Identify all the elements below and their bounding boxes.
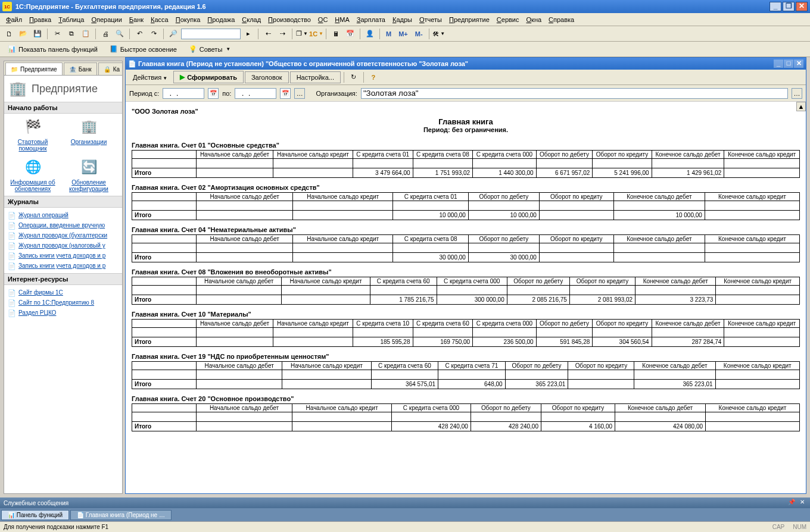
sub-minimize-button[interactable]: _ (774, 60, 783, 68)
table-cell: Итого (132, 168, 197, 178)
inet-link-0[interactable]: Сайт фирмы 1С (8, 287, 119, 298)
tab-bank[interactable]: 🏦 Банк (64, 62, 97, 75)
help-1c-icon[interactable]: 1С▼ (310, 27, 323, 40)
find-next-icon[interactable]: ⇢ (276, 27, 289, 40)
table-header (132, 235, 197, 243)
user-icon[interactable]: 👤 (363, 27, 376, 40)
period-to-input[interactable] (235, 88, 276, 99)
menu-item-8[interactable]: Склад (238, 14, 264, 25)
table-header: С кредита счета 08 (413, 151, 473, 159)
menu-item-9[interactable]: Производство (264, 14, 314, 25)
tab-more[interactable]: 🔒 Ка (98, 62, 123, 75)
table-cell: 10 000,00 (613, 211, 705, 220)
menu-item-0[interactable]: Файл (2, 14, 26, 25)
paste-icon[interactable]: 📋 (79, 27, 92, 40)
save-icon[interactable]: 💾 (31, 27, 44, 40)
menu-item-12[interactable]: Зарплата (353, 14, 389, 25)
start-item-link[interactable]: Организации (71, 139, 107, 145)
menu-item-10[interactable]: ОС (314, 14, 332, 25)
show-panel-button[interactable]: 📊 Показать панель функций (2, 43, 103, 55)
start-item-link[interactable]: Обновление конфигурации (69, 179, 108, 192)
menu-item-1[interactable]: Правка (26, 14, 55, 25)
search-go-icon[interactable]: ▸ (242, 27, 255, 40)
messages-close-icon[interactable]: ✕ (798, 499, 806, 507)
menu-item-11[interactable]: НМА (331, 14, 353, 25)
inet-link-2[interactable]: Раздел РЦКО (8, 308, 119, 318)
sub-close-button[interactable]: ✕ (794, 60, 803, 68)
scroll-up-icon[interactable]: ▲ (796, 102, 806, 111)
task-report[interactable]: 📄 Главная книга (Период не у... (70, 510, 172, 520)
undo-icon[interactable]: ↶ (133, 27, 146, 40)
close-button[interactable]: ✕ (796, 2, 808, 11)
menu-item-18[interactable]: Справка (545, 14, 578, 25)
menu-item-15[interactable]: Предприятие (446, 14, 493, 25)
calc-icon[interactable]: 🖩 (329, 27, 342, 40)
settings-button[interactable]: Настройка... (290, 71, 341, 83)
menu-item-4[interactable]: Банк (126, 14, 147, 25)
journal-link-5[interactable]: Запись книги учета доходов и р (8, 261, 119, 271)
table-header: Конечное сальдо кредит (724, 320, 800, 328)
org-picker-button[interactable]: … (792, 88, 802, 99)
form-button[interactable]: ▶ Сформировать (173, 71, 244, 83)
preview-icon[interactable]: 🔍 (113, 27, 126, 40)
start-item-link[interactable]: Информация об обновлениях (10, 179, 55, 192)
task-panel[interactable]: 📊 Панель функций (1, 510, 69, 520)
table-cell (197, 253, 293, 262)
redo-icon[interactable]: ↷ (147, 27, 160, 40)
menu-item-14[interactable]: Отчеты (416, 14, 446, 25)
messages-pin-icon[interactable]: 📌 (787, 499, 796, 507)
quick-learn-button[interactable]: 📘 Быстрое освоение (104, 43, 182, 55)
table-cell (282, 380, 371, 389)
table-cell: 2 081 993,02 (569, 295, 635, 305)
org-input[interactable] (361, 88, 788, 99)
journal-link-3[interactable]: Журнал проводок (налоговый у (8, 240, 119, 251)
new-doc-icon[interactable]: 🗋 (2, 27, 15, 40)
minimize-button[interactable]: _ (770, 2, 781, 11)
menu-item-16[interactable]: Сервис (493, 14, 523, 25)
print-icon[interactable]: 🖨 (99, 27, 112, 40)
calendar-from-icon[interactable]: 📅 (208, 88, 219, 99)
mplus-button[interactable]: М+ (395, 27, 411, 40)
windows-icon[interactable]: ❐▼ (295, 27, 309, 40)
sub-maximize-button[interactable]: □ (784, 60, 793, 68)
start-item-link[interactable]: Стартовый помощник (18, 139, 48, 152)
journal-link-4[interactable]: Запись книги учета доходов и р (8, 251, 119, 261)
start-item-3: 🔄Обновление конфигурации (64, 158, 114, 192)
restore-icon[interactable]: ↻ (347, 71, 360, 84)
table-header: Начальное сальдо дебет (197, 193, 293, 201)
copy-icon[interactable]: ⧉ (65, 27, 78, 40)
report-body[interactable]: ▲ "ООО Золотая лоза" Главная книга Перио… (126, 102, 806, 493)
tools-icon[interactable]: 🛠▼ (432, 27, 446, 40)
inet-link-1[interactable]: Сайт по 1С:Предприятию 8 (8, 298, 119, 308)
calendar-icon[interactable]: 📅 (344, 27, 357, 40)
mminus-button[interactable]: М- (412, 27, 426, 40)
journal-link-1[interactable]: Операции, введенные вручную (8, 220, 119, 230)
table-cell (716, 295, 800, 305)
period-from-input[interactable] (163, 88, 204, 99)
menu-item-5[interactable]: Касса (147, 14, 172, 25)
menu-item-13[interactable]: Кадры (389, 14, 416, 25)
tab-enterprise[interactable]: 📁 Предприятие (5, 62, 63, 75)
menu-item-6[interactable]: Покупка (172, 14, 204, 25)
header-button[interactable]: Заголовок (245, 71, 289, 83)
menu-item-17[interactable]: Окна (523, 14, 546, 25)
menu-item-3[interactable]: Операции (88, 14, 125, 25)
table-cell (705, 211, 799, 220)
open-icon[interactable]: 📂 (17, 27, 30, 40)
m-button[interactable]: М (383, 27, 394, 40)
tips-button[interactable]: 💡 Советы▼ (183, 43, 236, 55)
report-org-name: "ООО Золотая лоза" (132, 108, 800, 115)
help-icon[interactable]: ? (367, 71, 380, 84)
cut-icon[interactable]: ✂ (51, 27, 64, 40)
search-input[interactable] (181, 29, 241, 39)
calendar-to-icon[interactable]: 📅 (280, 88, 291, 99)
journal-link-0[interactable]: Журнал операций (8, 210, 119, 220)
find-prev-icon[interactable]: ⇠ (261, 27, 275, 40)
journal-link-2[interactable]: Журнал проводок (бухгалтерски (8, 230, 119, 240)
menu-item-2[interactable]: Таблица (55, 14, 88, 25)
period-picker-button[interactable]: … (294, 88, 305, 99)
menu-item-7[interactable]: Продажа (204, 14, 238, 25)
find-icon[interactable]: 🔎 (167, 27, 180, 40)
actions-button[interactable]: Действия▼ (128, 72, 172, 83)
maximize-button[interactable]: ❐ (783, 2, 795, 11)
